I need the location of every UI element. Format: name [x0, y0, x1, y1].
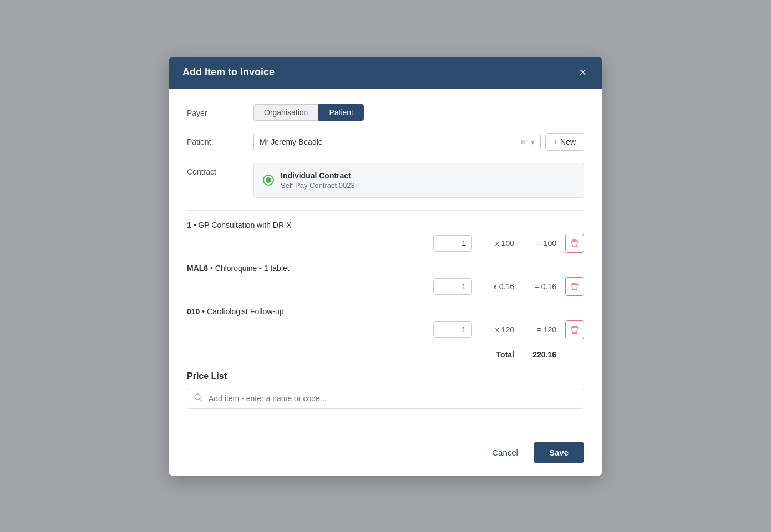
- line-item-3-separator: •: [202, 307, 207, 316]
- patient-select-icons: ✕ ▾: [520, 137, 535, 146]
- payer-control: Organisation Patient: [253, 104, 584, 121]
- modal-body: Payer Organisation Patient Patient Mr Je…: [169, 89, 602, 433]
- line-item-3-title: 010 • Cardiologist Follow-up: [187, 307, 584, 316]
- line-item-2-separator: •: [210, 264, 215, 273]
- line-item-2-title: MAL8 • Chloroquine - 1 tablet: [187, 264, 584, 273]
- payer-organisation-btn[interactable]: Organisation: [253, 104, 318, 121]
- search-wrapper: [187, 388, 584, 409]
- line-item-1-description: GP Consultation with DR X: [198, 221, 291, 229]
- contract-radio: [263, 175, 274, 186]
- patient-row: Patient Mr Jeremy Beadle ✕ ▾ + New: [187, 133, 584, 151]
- price-list-title: Price List: [187, 371, 584, 381]
- total-row: Total 220.16: [187, 350, 584, 359]
- line-item-1: 1 • GP Consultation with DR X x 100 = 10…: [187, 221, 584, 253]
- line-item-2-delete[interactable]: [565, 277, 584, 296]
- line-item-2-result: = 0.16: [523, 282, 556, 291]
- patient-label: Patient: [187, 133, 253, 146]
- line-item-3-result: = 120: [523, 325, 556, 334]
- line-item-3-description: Cardiologist Follow-up: [207, 307, 284, 316]
- contract-label: Contract: [187, 163, 253, 176]
- line-item-2-controls: x 0.16 = 0.16: [187, 277, 584, 296]
- new-patient-button[interactable]: + New: [545, 133, 584, 151]
- patient-control: Mr Jeremy Beadle ✕ ▾ + New: [253, 133, 584, 151]
- line-item-1-qty[interactable]: [433, 235, 472, 252]
- line-item-3-delete[interactable]: [565, 320, 584, 339]
- line-items-container: 1 • GP Consultation with DR X x 100 = 10…: [187, 221, 584, 339]
- line-item-1-delete[interactable]: [565, 234, 584, 253]
- line-item-1-title: 1 • GP Consultation with DR X: [187, 221, 584, 229]
- line-item-2: MAL8 • Chloroquine - 1 tablet x 0.16 = 0…: [187, 264, 584, 296]
- payer-toggle-group: Organisation Patient: [253, 104, 584, 121]
- close-button[interactable]: ×: [577, 66, 589, 79]
- modal-overlay: Add Item to Invoice × Payer Organisation…: [0, 0, 771, 532]
- line-item-2-multiplier: x 0.16: [481, 282, 514, 291]
- modal-footer: Cancel Save: [169, 433, 602, 476]
- line-item-3-code: 010: [187, 307, 200, 316]
- cancel-button[interactable]: Cancel: [483, 442, 527, 463]
- line-item-1-multiplier: x 100: [481, 239, 514, 248]
- price-list-search[interactable]: [187, 388, 584, 409]
- patient-value: Mr Jeremy Beadle: [260, 137, 520, 146]
- price-list-section: Price List: [187, 371, 584, 409]
- line-item-1-controls: x 100 = 100: [187, 234, 584, 253]
- line-item-3-multiplier: x 120: [481, 325, 514, 334]
- contract-control: Individual Contract Self Pay Contract 00…: [253, 163, 584, 198]
- radio-inner: [266, 177, 271, 183]
- payer-patient-btn[interactable]: Patient: [318, 104, 364, 121]
- modal-title: Add Item to Invoice: [182, 66, 275, 78]
- line-item-3-qty[interactable]: [433, 321, 472, 338]
- chevron-down-icon[interactable]: ▾: [531, 137, 535, 146]
- modal-header: Add Item to Invoice ×: [169, 57, 602, 89]
- contract-card[interactable]: Individual Contract Self Pay Contract 00…: [253, 163, 584, 198]
- line-item-2-description: Chloroquine - 1 tablet: [215, 264, 290, 273]
- search-icon: [194, 393, 202, 404]
- contract-sub: Self Pay Contract 0023: [281, 181, 355, 190]
- contract-row: Contract Individual Contract Self Pay Co…: [187, 163, 584, 198]
- total-value: 220.16: [523, 350, 556, 359]
- svg-line-1: [200, 399, 202, 401]
- contract-info: Individual Contract Self Pay Contract 00…: [281, 171, 355, 190]
- payer-label: Payer: [187, 104, 253, 117]
- contract-name: Individual Contract: [281, 171, 355, 180]
- clear-icon[interactable]: ✕: [520, 137, 526, 146]
- save-button[interactable]: Save: [534, 442, 584, 463]
- line-item-3-controls: x 120 = 120: [187, 320, 584, 339]
- line-item-1-code: 1: [187, 221, 191, 229]
- section-divider: [187, 210, 584, 211]
- add-item-modal: Add Item to Invoice × Payer Organisation…: [169, 57, 602, 476]
- patient-input-row: Mr Jeremy Beadle ✕ ▾ + New: [253, 133, 584, 151]
- line-item-1-result: = 100: [523, 239, 556, 248]
- line-item-2-qty[interactable]: [433, 278, 472, 295]
- line-item-2-code: MAL8: [187, 264, 208, 273]
- patient-select-wrapper[interactable]: Mr Jeremy Beadle ✕ ▾: [253, 134, 541, 150]
- total-label: Total: [496, 350, 514, 359]
- line-item-3: 010 • Cardiologist Follow-up x 120 = 120: [187, 307, 584, 339]
- payer-row: Payer Organisation Patient: [187, 104, 584, 121]
